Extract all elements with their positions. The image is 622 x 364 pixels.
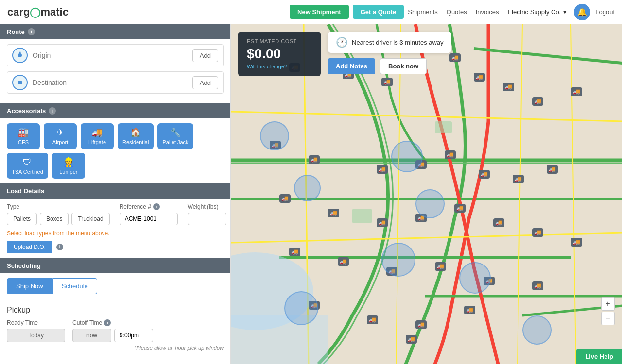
accessorial-airport[interactable]: ✈Airport [44, 123, 77, 149]
truck-marker[interactable]: 🚚 [547, 165, 558, 174]
new-shipment-button[interactable]: New Shipment [290, 5, 349, 19]
truck-marker[interactable]: 🚚 [377, 218, 388, 227]
reference-input[interactable] [120, 213, 178, 225]
accessorials-section-header: Accessorials i [0, 103, 230, 118]
zoom-out-button[interactable]: − [601, 312, 615, 325]
will-this-change-link[interactable]: Will this change? [247, 64, 312, 69]
accessorial-residential[interactable]: 🏠Residential [118, 123, 154, 149]
map-area: 🚚 🚚 🚚 🚚 🚚 🚚 🚚 🚚 🚚 🚚 🚚 🚚 🚚 🚚 🚚 🚚 🚚 🚚 🚚 🚚 … [231, 24, 622, 364]
accessorials-info-icon[interactable]: i [49, 107, 56, 115]
logo-icon: ◯ [30, 7, 40, 17]
truck-marker[interactable]: 🚚 [532, 281, 543, 290]
scheduling-section-header: Scheduling [0, 258, 230, 273]
truck-marker[interactable]: 🚚 [449, 53, 461, 62]
accessorial-lumper-label: Lumper [59, 169, 77, 175]
accessorial-lumper[interactable]: 👷Lumper [52, 153, 85, 179]
pickup-hint: *Please allow an hour pick up window [7, 345, 224, 351]
truck-marker[interactable]: 🚚 [532, 97, 543, 106]
truck-marker[interactable]: 🚚 [464, 306, 475, 314]
accessorial-residential-label: Residential [122, 139, 149, 145]
truck-marker[interactable]: 🚚 [415, 320, 427, 329]
origin-pin-icon [16, 51, 24, 59]
truck-marker[interactable]: 🚚 [367, 315, 378, 324]
pickup-cutoff-input[interactable] [114, 329, 153, 342]
truck-marker[interactable]: 🚚 [503, 83, 514, 91]
bell-button[interactable]: 🔔 [574, 4, 590, 20]
shipments-nav[interactable]: Shipments [408, 8, 437, 16]
logo: carg◯matic [7, 6, 69, 18]
type-label: Type [7, 203, 110, 210]
truck-marker[interactable]: 🚚 [279, 194, 291, 203]
truck-marker[interactable]: 🚚 [406, 335, 417, 344]
left-panel: Route i Add [0, 24, 231, 364]
ship-now-tab[interactable]: Ship Now [7, 278, 52, 294]
truck-cluster [260, 121, 289, 150]
truck-marker[interactable]: 🚚 [309, 155, 320, 164]
truckload-button[interactable]: Truckload [71, 213, 109, 225]
pickup-cutoff-info-icon[interactable]: i [104, 319, 111, 326]
weight-input[interactable] [188, 213, 226, 225]
accessorial-pallet-jack[interactable]: 🔧Pallet Jack [157, 123, 193, 149]
pickup-section: Pickup Ready Time Today Cutoff Time i no… [0, 306, 230, 363]
truck-marker[interactable]: 🚚 [338, 257, 349, 266]
company-caret: ▾ [563, 8, 567, 16]
zoom-in-button[interactable]: + [601, 297, 615, 311]
get-quote-button[interactable]: Get a Quote [353, 5, 404, 19]
truck-marker[interactable]: 🚚 [474, 73, 485, 82]
route-section-header: Route i [0, 24, 230, 39]
add-notes-button[interactable]: Add Notes [328, 58, 375, 74]
origin-input[interactable] [33, 51, 192, 59]
now-button[interactable]: now [72, 329, 111, 342]
origin-add-button[interactable]: Add [192, 49, 218, 62]
upload-do-button[interactable]: Upload D.O. [7, 241, 52, 253]
quotes-nav[interactable]: Quotes [447, 8, 467, 16]
map-zoom-controls: + − [601, 297, 615, 325]
accessorial-liftgate[interactable]: 🚚Liftgate [81, 123, 114, 149]
invoices-nav[interactable]: Invoices [476, 8, 499, 16]
truck-marker[interactable]: 🚚 [479, 170, 490, 179]
accessorial-cfs-label: CFS [18, 139, 29, 145]
map-actions: Add Notes Book now [328, 58, 427, 74]
svg-rect-0 [18, 53, 22, 57]
truck-marker[interactable]: 🚚 [328, 209, 339, 217]
accessorial-liftgate-label: Liftgate [88, 139, 106, 145]
live-help-button[interactable]: Live Help [576, 349, 622, 364]
schedule-tab[interactable]: Schedule [52, 278, 97, 294]
pickup-title: Pickup [7, 306, 224, 314]
book-now-button[interactable]: Book now [380, 58, 427, 74]
truck-cluster [284, 291, 318, 325]
accessorial-cfs[interactable]: 🏭CFS [7, 123, 40, 149]
destination-input[interactable] [33, 79, 192, 86]
pallets-button[interactable]: Pallets [7, 213, 37, 225]
weight-col: Weight (lbs) [188, 203, 226, 225]
nearest-driver-box: 🕐 Nearest driver is 3 minutes away [328, 32, 451, 53]
route-info-icon[interactable]: i [28, 28, 35, 35]
load-details-section-header: Load Details [0, 183, 230, 199]
reference-info-icon[interactable]: i [153, 203, 160, 210]
load-type-row: Type Pallets Boxes Truckload Reference #… [7, 203, 224, 225]
company-dropdown[interactable]: Electric Supply Co. ▾ [507, 8, 567, 16]
truck-marker[interactable]: 🚚 [289, 248, 300, 256]
today-button[interactable]: Today [7, 329, 65, 342]
truck-marker[interactable]: 🚚 [571, 87, 582, 96]
truck-cluster [459, 262, 491, 294]
accessorial-tsa[interactable]: 🛡TSA Certified [7, 153, 48, 179]
estimated-cost-value: $0.00 [247, 46, 312, 62]
logout-button[interactable]: Logout [595, 8, 615, 16]
truck-marker[interactable]: 🚚 [377, 165, 388, 174]
truck-marker[interactable]: 🚚 [532, 228, 543, 237]
destination-add-button[interactable]: Add [192, 76, 218, 89]
truck-marker[interactable]: 🚚 [454, 204, 466, 213]
pickup-cutoff-label: Cutoff Time i [72, 319, 153, 326]
driver-minutes: 3 [399, 39, 405, 46]
upload-info-icon[interactable]: i [56, 244, 63, 250]
truck-marker[interactable]: 🚚 [513, 175, 524, 183]
reference-label: Reference # i [120, 203, 178, 210]
truck-marker[interactable]: 🚚 [445, 150, 456, 159]
boxes-button[interactable]: Boxes [40, 213, 69, 225]
truck-marker[interactable]: 🚚 [435, 262, 446, 271]
truck-marker[interactable]: 🚚 [493, 218, 504, 227]
accessorials-title: Accessorials [7, 107, 46, 115]
truck-marker[interactable]: 🚚 [381, 78, 393, 86]
truck-marker[interactable]: 🚚 [571, 238, 582, 247]
